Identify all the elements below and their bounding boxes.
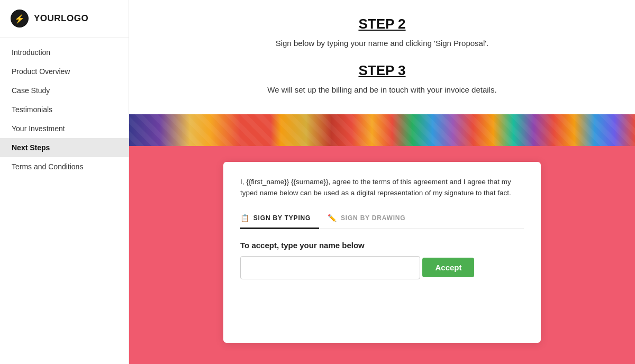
typing-icon: 📋 — [240, 214, 250, 222]
sidebar-item-case-study[interactable]: Case Study — [0, 81, 129, 100]
step2-description: Sign below by typing your name and click… — [161, 39, 603, 48]
sidebar: ⚡ YOURLOGO Introduction Product Overview… — [0, 0, 129, 364]
sidebar-item-your-investment[interactable]: Your Investment — [0, 119, 129, 138]
pink-section: I, {{first_name}} {{surname}}, agree to … — [129, 146, 635, 364]
sidebar-item-introduction[interactable]: Introduction — [0, 43, 129, 62]
sidebar-item-testimonials[interactable]: Testimonials — [0, 100, 129, 119]
colorful-banner — [129, 114, 635, 146]
signature-card: I, {{first_name}} {{surname}}, agree to … — [223, 162, 541, 343]
step3-description: We will set up the billing and be in tou… — [161, 85, 603, 94]
sidebar-item-product-overview[interactable]: Product Overview — [0, 62, 129, 81]
logo-area: ⚡ YOURLOGO — [0, 0, 129, 38]
tab-sign-by-typing[interactable]: 📋 SIGN BY TYPING — [240, 210, 319, 229]
agreement-text: I, {{first_name}} {{surname}}, agree to … — [240, 177, 524, 199]
logo-icon: ⚡ — [11, 10, 29, 28]
tabs-row: 📋 SIGN BY TYPING ✏️ SIGN BY DRAWING — [240, 210, 524, 229]
tab-drawing-label: SIGN BY DRAWING — [341, 214, 405, 222]
tab-typing-label: SIGN BY TYPING — [253, 214, 311, 222]
accept-button[interactable]: Accept — [422, 258, 474, 277]
tab-sign-by-drawing[interactable]: ✏️ SIGN BY DRAWING — [319, 210, 414, 229]
name-input[interactable] — [240, 256, 420, 279]
step3-title: STEP 3 — [161, 62, 603, 79]
drawing-icon: ✏️ — [328, 214, 337, 222]
steps-section: STEP 2 Sign below by typing your name an… — [129, 0, 635, 114]
nav-list: Introduction Product Overview Case Study… — [0, 38, 129, 364]
sidebar-item-terms-and-conditions[interactable]: Terms and Conditions — [0, 157, 129, 176]
step2-title: STEP 2 — [161, 16, 603, 32]
main-content: STEP 2 Sign below by typing your name an… — [129, 0, 635, 364]
sidebar-item-next-steps[interactable]: Next Steps — [0, 138, 129, 157]
input-label: To accept, type your name below — [240, 241, 524, 250]
logo-text: YOURLOGO — [34, 13, 88, 24]
